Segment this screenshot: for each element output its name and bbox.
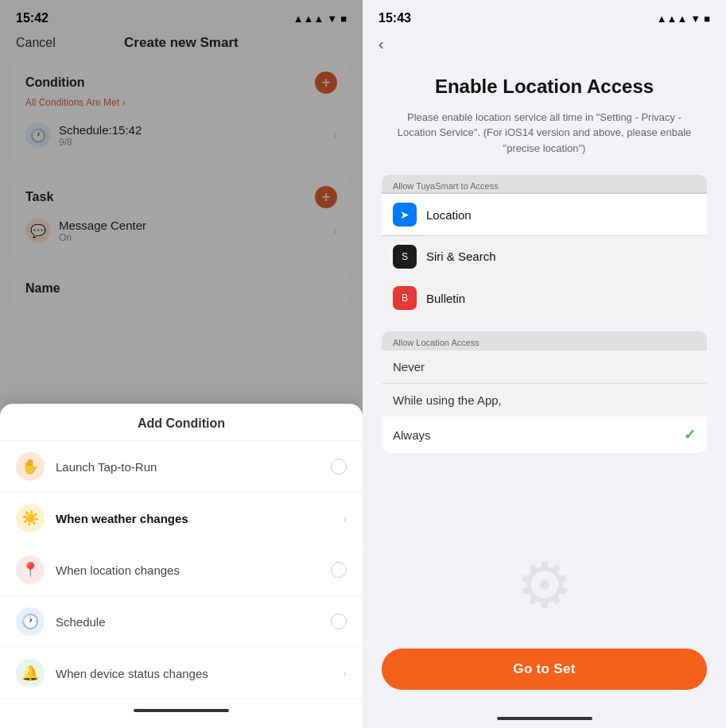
schedule-modal-icon: 🕐 <box>16 607 45 636</box>
home-indicator-right <box>497 717 592 720</box>
modal-item-tap-to-run[interactable]: ✋ Launch Tap-to-Run <box>0 441 363 493</box>
go-to-set-button[interactable]: Go to Set <box>382 649 707 690</box>
device-arrow-icon: › <box>343 667 347 680</box>
enable-desc: Please enable location service all time … <box>382 110 707 157</box>
siri-settings-item[interactable]: S Siri & Search <box>382 236 707 277</box>
tap-to-run-icon: ✋ <box>16 452 45 481</box>
location-settings-item[interactable]: ➤ Location <box>382 194 707 235</box>
modal-item-device-status[interactable]: 🔔 When device status changes › <box>0 648 363 699</box>
modal-overlay[interactable]: Add Condition ✋ Launch Tap-to-Run ☀️ Whe… <box>0 0 363 728</box>
right-status-bar: 15:43 ▲▲▲ ▼ ■ <box>363 0 726 32</box>
weather-icon: ☀️ <box>16 504 45 532</box>
left-panel: 15:42 ▲▲▲ ▼ ■ Cancel Create new Smart Co… <box>0 0 363 728</box>
siri-settings-label: Siri & Search <box>426 250 696 263</box>
allow-tuya-group: Allow TuyaSmart to Access ➤ Location S S… <box>382 175 707 319</box>
modal-item-weather[interactable]: ☀️ When weather changes › <box>0 493 363 544</box>
allow-location-group: Allow Location Access Never While using … <box>382 331 707 453</box>
device-status-icon: 🔔 <box>16 659 45 687</box>
location-icon: 📍 <box>16 556 45 584</box>
back-button[interactable]: ‹ <box>379 35 384 52</box>
enable-title: Enable Location Access <box>382 76 707 99</box>
home-indicator-left <box>134 709 229 712</box>
modal-title: Add Condition <box>0 404 363 441</box>
radio-button-0[interactable] <box>331 459 347 474</box>
checkmark-icon: ✓ <box>684 426 696 443</box>
right-wifi-icon: ▼ <box>690 13 701 25</box>
bulletin-settings-label: Bulletin <box>426 292 696 305</box>
modal-item-label-3: Schedule <box>56 615 320 629</box>
add-condition-modal: Add Condition ✋ Launch Tap-to-Run ☀️ Whe… <box>0 404 363 728</box>
right-battery-icon: ■ <box>704 13 710 25</box>
right-signal-icon: ▲▲▲ <box>657 13 688 25</box>
siri-settings-icon: S <box>393 245 417 269</box>
weather-arrow-icon: › <box>343 512 347 525</box>
access-never-label: Never <box>393 360 696 374</box>
modal-item-label-0: Launch Tap-to-Run <box>56 460 320 474</box>
allow-location-label: Allow Location Access <box>382 331 707 350</box>
right-content: Enable Location Access Please enable loc… <box>363 60 726 636</box>
radio-button-2[interactable] <box>331 562 347 578</box>
access-option-never[interactable]: Never <box>382 350 707 383</box>
radio-button-3[interactable] <box>331 614 347 629</box>
access-while-label: While using the App, <box>393 393 696 407</box>
access-option-always[interactable]: Always ✓ <box>382 416 707 453</box>
modal-item-label-4: When device status changes <box>56 667 332 680</box>
bottom-button-area: Go to Set <box>363 636 726 714</box>
right-time: 15:43 <box>379 11 411 25</box>
right-panel: 15:43 ▲▲▲ ▼ ■ ‹ Enable Location Access P… <box>363 0 726 728</box>
modal-item-label-1: When weather changes <box>56 512 332 525</box>
bulletin-settings-icon: B <box>393 286 417 310</box>
access-option-while-using[interactable]: While using the App, <box>382 384 707 416</box>
modal-item-label-2: When location changes <box>56 563 320 577</box>
location-settings-label: Location <box>426 208 696 222</box>
right-status-icons: ▲▲▲ ▼ ■ <box>657 13 710 25</box>
allow-group-label: Allow TuyaSmart to Access <box>382 175 707 194</box>
right-nav-bar: ‹ <box>363 32 726 60</box>
location-settings-icon: ➤ <box>393 203 417 227</box>
modal-item-schedule[interactable]: 🕐 Schedule <box>0 596 363 648</box>
access-always-label: Always <box>393 428 677 442</box>
bulletin-settings-item[interactable]: B Bulletin <box>382 277 707 319</box>
modal-item-location[interactable]: 📍 When location changes <box>0 544 363 596</box>
